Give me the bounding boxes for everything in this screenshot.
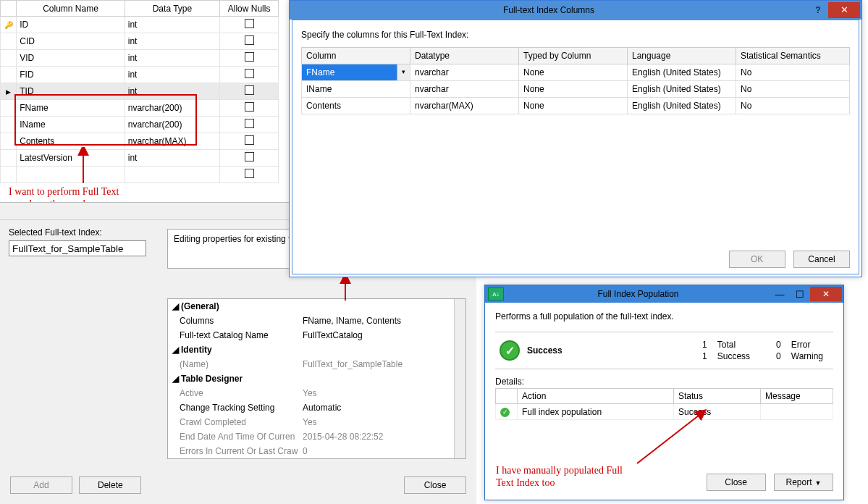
checkbox[interactable] — [245, 169, 254, 178]
close-button[interactable]: Close — [404, 476, 466, 494]
app-icon: A↓ — [488, 287, 504, 301]
status-label: Success — [527, 345, 689, 356]
prop-track-value[interactable]: Automatic — [303, 403, 461, 413]
dialog-title: Full Index Population — [507, 289, 770, 299]
cell-name[interactable]: FName — [17, 100, 125, 117]
cell-lang[interactable]: English (United States) — [628, 98, 736, 114]
table-row[interactable]: ▶TIDint — [1, 83, 279, 100]
cell-lang[interactable]: English (United States) — [628, 81, 736, 98]
cell-stat[interactable]: No — [736, 64, 850, 81]
cell-dtype[interactable]: int — [125, 33, 219, 50]
checkbox[interactable] — [245, 19, 254, 28]
table-row[interactable]: INamenvarchar(200) — [1, 117, 279, 133]
add-button[interactable]: Add — [10, 476, 72, 494]
report-button[interactable]: Report▼ — [774, 474, 833, 491]
maximize-icon[interactable]: ☐ — [790, 289, 810, 300]
arrow-icon — [630, 409, 717, 467]
annotation-right: I have manually populated Full Text Inde… — [496, 465, 623, 490]
ok-button[interactable]: OK — [729, 251, 785, 268]
table-row[interactable]: FIDint — [1, 67, 279, 83]
checkbox[interactable] — [245, 69, 254, 78]
cell-dtype[interactable]: int — [125, 17, 219, 33]
table-row[interactable]: LatestVersionint — [1, 150, 279, 167]
cell-name[interactable]: IName — [17, 117, 125, 133]
cell-dtype[interactable]: nvarchar(200) — [125, 117, 219, 133]
cancel-button[interactable]: Cancel — [793, 251, 850, 268]
minimize-icon[interactable]: — — [770, 289, 790, 300]
table-row[interactable]: 🔑IDint — [1, 17, 279, 33]
checkbox[interactable] — [245, 152, 254, 161]
prop-active-label: Active — [172, 388, 303, 398]
selected-index-input[interactable] — [9, 240, 146, 256]
close-icon[interactable]: ✕ — [810, 287, 842, 301]
dialog-title: Full-text Index Columns — [290, 5, 808, 15]
prop-track-label: Change Tracking Setting — [172, 403, 303, 413]
cell-dtype[interactable]: int — [125, 83, 219, 100]
cell-dtype[interactable]: nvarchar(200) — [125, 100, 219, 117]
checkbox[interactable] — [245, 35, 254, 45]
columns-table: Column Datatype Typed by Column Language… — [301, 47, 850, 114]
checkbox[interactable] — [245, 135, 254, 145]
cell-dtype[interactable]: nvarchar(MAX) — [125, 133, 219, 150]
prop-errors-value: 0 — [303, 446, 461, 456]
th-typed[interactable]: Typed by Column — [519, 48, 628, 64]
cell-name[interactable]: FID — [17, 67, 125, 83]
cell-typed[interactable]: None — [519, 98, 628, 114]
delete-button[interactable]: Delete — [79, 476, 141, 494]
table-row[interactable]: FName▾nvarcharNoneEnglish (United States… — [302, 64, 850, 81]
cell-column[interactable]: FName▾ — [302, 64, 410, 81]
chevron-down-icon[interactable]: ▾ — [397, 64, 410, 80]
cell-typed[interactable]: None — [519, 64, 628, 81]
cell-name[interactable]: ID — [17, 17, 125, 33]
table-row[interactable]: CIDint — [1, 33, 279, 50]
th-message[interactable]: Message — [761, 389, 833, 404]
dialog-titlebar[interactable]: Full-text Index Columns ? ✕ — [290, 1, 861, 20]
th-column[interactable]: Column — [302, 48, 410, 64]
th-language[interactable]: Language — [628, 48, 736, 64]
cell-typed[interactable]: None — [519, 81, 628, 98]
cell-dtype[interactable]: int — [125, 150, 219, 167]
cell-name[interactable]: TID — [17, 83, 125, 100]
cell-dtype[interactable]: int — [125, 67, 219, 83]
table-row[interactable] — [1, 167, 279, 183]
group-identity[interactable]: Identity — [181, 345, 212, 355]
prop-crawl-value: Yes — [303, 417, 461, 427]
checkbox[interactable] — [245, 85, 254, 95]
group-general[interactable]: (General) — [181, 301, 219, 311]
scrollbar[interactable] — [454, 299, 465, 458]
table-row[interactable]: FNamenvarchar(200) — [1, 100, 279, 117]
help-icon[interactable]: ? — [808, 5, 828, 15]
cell-column[interactable]: Contents — [302, 98, 410, 114]
properties-grid: ◢(General) ColumnsFName, IName, Contents… — [167, 298, 466, 459]
table-row[interactable]: VIDint — [1, 50, 279, 67]
close-button[interactable]: Close — [707, 474, 766, 491]
checkbox[interactable] — [245, 119, 254, 128]
cell-dtype[interactable]: int — [125, 50, 219, 67]
th-action[interactable]: Action — [518, 389, 674, 404]
schema-table: Column Name Data Type Allow Nulls 🔑IDint… — [0, 0, 279, 183]
th-datatype[interactable]: Datatype — [410, 48, 519, 64]
cell-column[interactable]: IName — [302, 81, 410, 98]
table-row[interactable]: INamenvarcharNoneEnglish (United States)… — [302, 81, 850, 98]
th-stat[interactable]: Statistical Semantics — [736, 48, 850, 64]
cell-dtype: nvarchar — [410, 64, 519, 81]
cell-lang[interactable]: English (United States) — [628, 64, 736, 81]
prop-catalog-label: Full-text Catalog Name — [172, 330, 303, 340]
prop-enddate-label: End Date And Time Of Curren — [172, 432, 303, 442]
th-status[interactable]: Status — [674, 389, 761, 404]
close-icon[interactable]: ✕ — [828, 2, 860, 18]
cell-name[interactable]: CID — [17, 33, 125, 50]
dialog-titlebar[interactable]: A↓ Full Index Population — ☐ ✕ — [485, 285, 843, 303]
prop-catalog-value[interactable]: FullTextCatalog — [303, 330, 461, 340]
prop-columns-value[interactable]: FName, IName, Contents — [303, 316, 461, 326]
cell-dtype[interactable] — [125, 167, 219, 183]
table-row[interactable]: Contentsnvarchar(MAX)NoneEnglish (United… — [302, 98, 850, 114]
cell-name[interactable]: VID — [17, 50, 125, 67]
checkbox[interactable] — [245, 52, 254, 62]
cell-stat[interactable]: No — [736, 98, 850, 114]
checkbox[interactable] — [245, 102, 254, 112]
group-designer[interactable]: Table Designer — [181, 374, 243, 384]
cell-stat[interactable]: No — [736, 81, 850, 98]
table-row[interactable]: Contentsnvarchar(MAX) — [1, 133, 279, 150]
current-row-icon: ▶ — [6, 88, 11, 96]
